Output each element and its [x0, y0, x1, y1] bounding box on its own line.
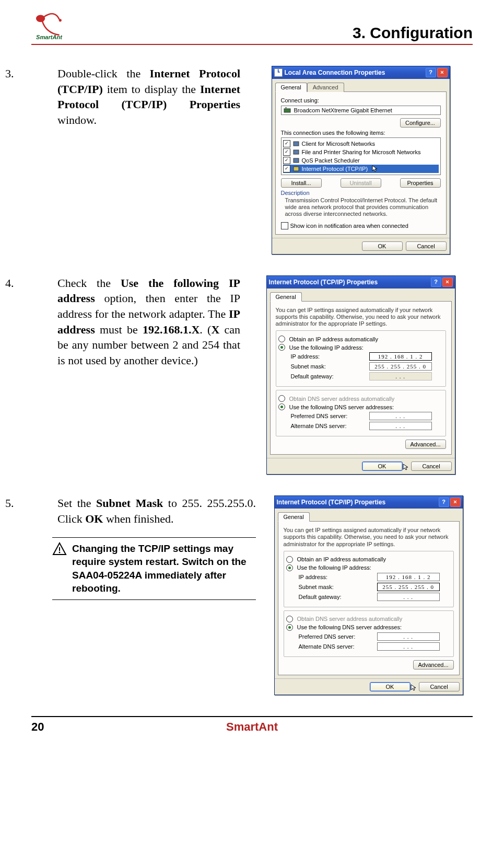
step-4-row: 4.Check the Use the following IP address…	[31, 275, 473, 475]
items-list[interactable]: ✓ Client for Microsoft Networks ✓ File a…	[281, 137, 441, 175]
cursor-icon	[403, 464, 409, 471]
qos-icon	[292, 157, 300, 164]
ip-address-field[interactable]: 192 . 168 . 1 . 2	[377, 573, 440, 581]
show-icon-checkbox[interactable]	[281, 222, 288, 229]
svg-point-0	[36, 15, 45, 22]
description-heading: Description	[281, 190, 441, 196]
checkbox-icon[interactable]: ✓	[283, 157, 290, 164]
cursor-icon	[411, 684, 417, 691]
footer-brand: SmartAnt	[226, 720, 278, 734]
dns2-label: Alternate DNS server:	[291, 423, 348, 429]
configure-button[interactable]: Configure...	[400, 118, 441, 128]
checkbox-icon[interactable]: ✓	[283, 140, 290, 147]
radio-use-following[interactable]	[286, 564, 293, 571]
page-header: SmartAnt 3. Configuration	[31, 10, 473, 45]
gateway-field[interactable]: . . .	[377, 593, 440, 601]
step-5-text: 5.Set the Subnet Mask to 255. 255.255.0.…	[31, 495, 256, 526]
step-4-text: 4.Check the Use the following IP address…	[31, 275, 240, 368]
svg-rect-7	[294, 158, 299, 163]
close-button[interactable]: ×	[450, 498, 461, 507]
radio-dns-auto	[278, 395, 285, 402]
tab-advanced[interactable]: Advanced	[307, 83, 344, 92]
tcpip-titlebar[interactable]: Internet Protocol (TCP/IP) Properties ? …	[267, 276, 455, 288]
radio-obtain-auto[interactable]	[286, 556, 293, 563]
svg-rect-3	[284, 109, 290, 112]
svg-point-10	[59, 551, 61, 553]
svg-rect-8	[294, 167, 299, 171]
step-3-row: 3.Double-click the Internet Protocol (TC…	[31, 66, 473, 255]
tab-general[interactable]: General	[278, 512, 310, 522]
warning-icon	[52, 542, 67, 560]
step-4-number: 4.	[31, 275, 57, 291]
help-button[interactable]: ?	[431, 278, 441, 287]
gateway-field[interactable]: . . .	[369, 372, 432, 380]
radio-dns-auto	[286, 616, 293, 622]
description-text: Transmission Control Protocol/Internet P…	[285, 197, 441, 218]
dns2-field[interactable]: . . .	[377, 642, 440, 651]
adapter-field[interactable]: Broadcom NetXtreme Gigabit Ethernet	[281, 106, 441, 115]
ip-address-label: IP address:	[291, 353, 348, 360]
tab-general[interactable]: General	[275, 83, 307, 92]
dns1-label: Preferred DNS server:	[291, 413, 348, 419]
warning-text: Changing the TCP/IP settings may require…	[72, 542, 256, 596]
ip-address-field[interactable]: 192 . 168 . 1 . 2	[369, 352, 432, 361]
checkbox-icon[interactable]: ✓	[283, 148, 290, 156]
dns1-field[interactable]: . . .	[369, 412, 432, 420]
ok-button[interactable]: OK	[362, 461, 403, 471]
cancel-button[interactable]: Cancel	[406, 241, 447, 251]
advanced-button[interactable]: Advanced...	[413, 660, 454, 670]
lan-title-text: Local Area Connection Properties	[285, 69, 385, 76]
gateway-label: Default gateway:	[291, 373, 348, 379]
list-item-selected[interactable]: ✓ Internet Protocol (TCP/IP)	[283, 165, 439, 173]
dns2-field[interactable]: . . .	[369, 422, 432, 430]
svg-point-1	[59, 19, 62, 21]
tcpip-properties-dialog-1: Internet Protocol (TCP/IP) Properties ? …	[266, 275, 455, 475]
cancel-button[interactable]: Cancel	[411, 461, 452, 471]
tcpip-intro-text: You can get IP settings assigned automat…	[284, 527, 454, 548]
radio-obtain-auto[interactable]	[278, 336, 285, 342]
step-3-text: 3.Double-click the Internet Protocol (TC…	[31, 66, 240, 128]
uninstall-button: Uninstall	[341, 178, 381, 188]
page-footer: 20 SmartAnt	[31, 716, 473, 734]
subnet-mask-label: Subnet mask:	[299, 584, 356, 590]
lan-title-icon: ┗	[274, 68, 283, 77]
radio-dns-manual[interactable]	[286, 624, 293, 631]
tcpip-title-text: Internet Protocol (TCP/IP) Properties	[269, 279, 378, 286]
client-icon	[292, 141, 300, 147]
subnet-mask-field[interactable]: 255 . 255 . 255 . 0	[377, 583, 440, 591]
tcpip-titlebar[interactable]: Internet Protocol (TCP/IP) Properties ? …	[275, 496, 463, 509]
checkbox-icon[interactable]: ✓	[283, 165, 290, 172]
subnet-mask-field[interactable]: 255 . 255 . 255 . 0	[369, 362, 432, 371]
tab-general[interactable]: General	[270, 292, 302, 302]
tcpip-properties-dialog-2: Internet Protocol (TCP/IP) Properties ? …	[274, 495, 463, 695]
properties-button[interactable]: Properties	[400, 178, 441, 188]
lan-titlebar[interactable]: ┗ Local Area Connection Properties ? ×	[272, 66, 450, 79]
list-item[interactable]: ✓ File and Printer Sharing for Microsoft…	[283, 148, 439, 156]
close-button[interactable]: ×	[442, 278, 453, 287]
install-button[interactable]: Install...	[281, 178, 322, 188]
radio-dns-manual[interactable]	[278, 403, 285, 410]
help-button[interactable]: ?	[439, 498, 449, 507]
ok-button[interactable]: OK	[362, 241, 403, 251]
tcpip-intro-text: You can get IP settings assigned automat…	[276, 307, 446, 328]
lan-properties-dialog: ┗ Local Area Connection Properties ? × G…	[272, 66, 450, 255]
advanced-button[interactable]: Advanced...	[405, 440, 446, 449]
radio-use-following[interactable]	[278, 344, 285, 351]
help-button[interactable]: ?	[426, 68, 436, 77]
warning-note: Changing the TCP/IP settings may require…	[52, 537, 256, 601]
cursor-icon	[372, 165, 378, 172]
svg-rect-4	[285, 107, 287, 109]
ip-address-label: IP address:	[299, 574, 356, 580]
step-5-row: 5.Set the Subnet Mask to 255. 255.255.0.…	[31, 495, 473, 695]
items-label: This connection uses the following items…	[281, 130, 385, 136]
fileshare-icon	[292, 149, 300, 155]
close-button[interactable]: ×	[437, 68, 448, 77]
subnet-mask-label: Subnet mask:	[291, 363, 348, 370]
dns1-field[interactable]: . . .	[377, 632, 440, 641]
list-item[interactable]: ✓ QoS Packet Scheduler	[283, 156, 439, 165]
dns2-label: Alternate DNS server:	[299, 643, 356, 650]
list-item[interactable]: ✓ Client for Microsoft Networks	[283, 140, 439, 148]
svg-text:SmartAnt: SmartAnt	[36, 34, 63, 40]
ok-button[interactable]: OK	[370, 682, 411, 691]
cancel-button[interactable]: Cancel	[419, 682, 460, 691]
